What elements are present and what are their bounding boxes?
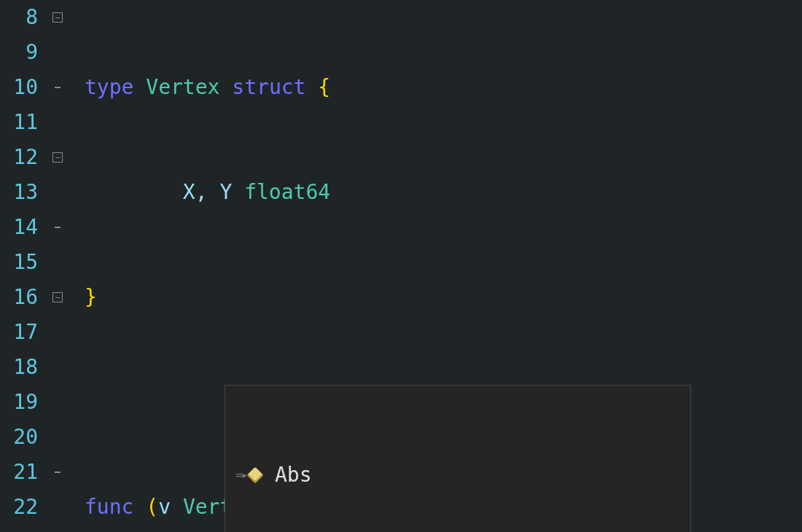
code-line: } xyxy=(70,280,802,315)
code-line: type Vertex struct { xyxy=(70,70,802,105)
fold-end-icon xyxy=(55,472,61,473)
method-icon xyxy=(247,467,264,484)
line-number: 21 xyxy=(0,455,38,490)
fold-toggle-icon[interactable]: − xyxy=(52,152,63,163)
line-number: 11 xyxy=(0,105,38,140)
autocomplete-popup[interactable]: =▸ Abs =▸ X =▸ Y xyxy=(225,385,691,532)
line-number: 14 xyxy=(0,210,38,245)
line-number: 9 xyxy=(0,35,38,70)
line-number: 15 xyxy=(0,245,38,280)
fold-end-icon xyxy=(55,87,61,88)
line-number: 17 xyxy=(0,315,38,350)
fold-toggle-icon[interactable]: − xyxy=(52,12,63,23)
autocomplete-label: Abs xyxy=(275,458,312,493)
line-number: 12 xyxy=(0,140,38,175)
line-number: 18 xyxy=(0,350,38,385)
code-line: X, Y float64 xyxy=(70,175,802,210)
autocomplete-item[interactable]: =▸ Abs xyxy=(225,458,690,492)
code-editor[interactable]: 8 9 10 11 12 13 14 15 16 17 18 19 20 21 … xyxy=(0,0,802,532)
line-number: 8 xyxy=(0,0,38,35)
line-number-gutter: 8 9 10 11 12 13 14 15 16 17 18 19 20 21 … xyxy=(0,0,45,532)
line-number: 10 xyxy=(0,70,38,105)
fold-end-icon xyxy=(55,227,61,228)
fold-toggle-icon[interactable]: − xyxy=(52,292,63,302)
code-area[interactable]: type Vertex struct { X, Y float64 } func… xyxy=(70,0,802,532)
line-number: 13 xyxy=(0,175,38,210)
line-number: 16 xyxy=(0,280,38,315)
fold-gutter: − − − xyxy=(45,0,70,532)
member-arrow-icon: =▸ xyxy=(235,458,246,493)
line-number: 20 xyxy=(0,420,38,455)
line-number: 22 xyxy=(0,490,38,525)
line-number: 19 xyxy=(0,385,38,420)
